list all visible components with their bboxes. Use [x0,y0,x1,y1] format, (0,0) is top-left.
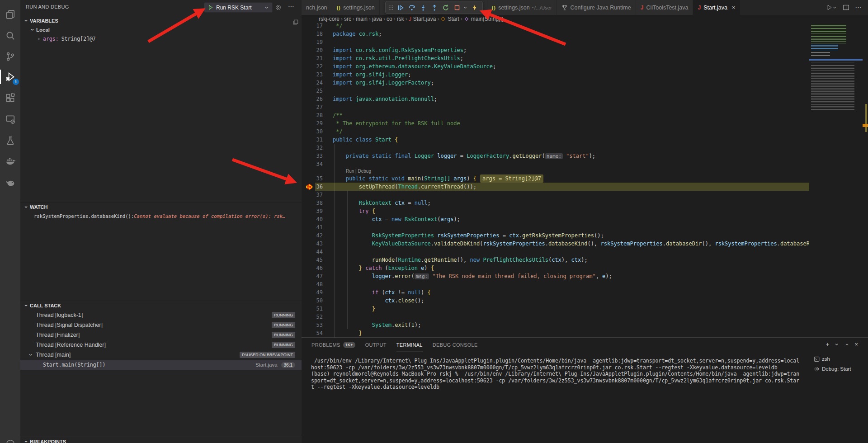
codelens-run-debug[interactable]: Run | Debug [302,168,809,174]
activity-item-account[interactable] [0,435,20,443]
thread-row[interactable]: ›Thread [main]PAUSED ON BREAKPOINT [20,350,302,360]
hot-code-replace-icon[interactable] [469,2,480,13]
panel-tab-terminal[interactable]: TERMINAL [396,338,423,352]
code-line[interactable]: 24import org.slf4j.LoggerFactory; [302,79,809,87]
activity-item-extensions[interactable] [0,89,20,107]
code-line[interactable]: 19 [302,38,809,46]
breadcrumb-item[interactable]: main(String[]) [464,16,504,22]
code-line[interactable]: 35 public static void main(String[] args… [302,174,809,183]
stop-icon[interactable] [451,2,462,13]
code-line[interactable]: 44 [302,248,809,256]
tab-start-java[interactable]: JStart.java× [693,0,740,15]
panel-tab-debug-console[interactable]: DEBUG CONSOLE [433,338,478,352]
tab-settings-json[interactable]: {}settings.json [332,0,380,15]
panel-tab-problems[interactable]: PROBLEMS1K+ [311,338,355,352]
run-java-button[interactable]: › [826,4,837,11]
code-line[interactable]: 53 System.exit(1); [302,321,809,329]
more-actions-icon[interactable]: ⋯ [855,5,862,10]
code-line[interactable]: 37 [302,191,809,199]
code-line[interactable]: 30 */ [302,127,809,136]
step-out-icon[interactable] [429,2,440,13]
thread-row[interactable]: Thread [Signal Dispatcher]RUNNING [20,320,302,330]
code-line[interactable]: 41 [302,223,809,231]
variables-header[interactable]: ›VARIABLES [20,16,302,25]
activity-item-gradle[interactable] [0,174,20,192]
call-stack-header[interactable]: ›CALL STACK [20,301,302,310]
split-editor-icon[interactable] [843,4,849,11]
activity-item-remote-explorer[interactable] [0,110,20,128]
terminal-session-debug-start[interactable]: Debug: Start [814,364,866,374]
terminal-chevron-icon[interactable]: › [834,342,840,347]
terminal-output[interactable]: /usr/bin/env /Library/Internet\ Plug-Ins… [311,358,817,391]
breakpoint-paused-icon[interactable] [306,183,313,191]
activity-item-run-and-debug[interactable]: 1 [0,68,20,86]
code-line[interactable]: 26import javax.annotation.Nonnull; [302,95,809,103]
activity-item-docker[interactable] [0,152,20,170]
run-config-dropdown[interactable]: Run RSK Start › [204,2,273,13]
code-line[interactable]: 17 */ [302,23,809,30]
code-line[interactable]: 28/** [302,111,809,119]
code-line[interactable]: 18package co.rsk; [302,30,809,38]
watch-header[interactable]: ›WATCH [20,203,302,212]
code-line[interactable]: 54 } [302,329,809,337]
code-line[interactable]: 33 private static final Logger logger = … [302,152,809,160]
breadcrumb-item[interactable]: java [372,16,382,22]
code-line[interactable]: 50 ctx.close(); [302,297,809,305]
code-line[interactable]: 49 if (ctx != null) { [302,288,809,297]
code-line[interactable]: 45 runNode(Runtime.getRuntime(), new Pre… [302,256,809,264]
tab-configure-java-runtime[interactable]: Configure Java Runtime [557,0,636,15]
code-line[interactable]: 46 } catch (Exception e) { [302,264,809,272]
breadcrumb-item[interactable]: co [387,16,392,22]
code-line[interactable]: 43 KeyValueDataSource.validateDbKind(rsk… [302,240,809,248]
terminal-session-zsh[interactable]: zsh [814,354,866,364]
breadcrumb-item[interactable]: JStart.java [409,16,436,22]
code-line[interactable]: 39 try { [302,207,809,215]
breadcrumb-item[interactable]: rsk [397,16,404,22]
maximize-panel-icon[interactable]: › [844,342,850,347]
code-line[interactable]: 40 ctx = new RskContext(args); [302,215,809,223]
step-over-icon[interactable] [406,2,417,13]
thread-row[interactable]: Thread [Reference Handler]RUNNING [20,340,302,350]
breadcrumb-item[interactable]: main [356,16,368,22]
stop-chevron-icon[interactable]: › [462,2,469,13]
code-line[interactable]: 25 [302,87,809,95]
activity-item-testing[interactable] [0,132,20,150]
panel-tab-output[interactable]: OUTPUT [365,338,387,352]
code-line[interactable]: 34 [302,160,809,168]
code-line[interactable]: 38 RskContext ctx = null; [302,199,809,207]
gear-icon[interactable] [275,4,282,11]
code-line[interactable]: 52 [302,313,809,321]
breakpoints-header[interactable]: ›BREAKPOINTS [20,437,302,443]
continue-icon[interactable] [395,2,406,13]
code-editor[interactable]: 17 */18package co.rsk;1920import co.rsk.… [302,23,809,337]
watch-expression[interactable]: rskSystemProperties.databaseKind(): Cann… [20,212,302,221]
breadcrumb-item[interactable]: Start [440,16,459,22]
code-line[interactable]: 42 RskSystemProperties rskSystemProperti… [302,231,809,240]
code-line[interactable]: 51 } [302,305,809,313]
thread-row[interactable]: Thread [Finalizer]RUNNING [20,330,302,340]
code-line[interactable]: 31public class Start { [302,136,809,144]
code-line[interactable]: 48 [302,280,809,288]
activity-item-search[interactable] [0,27,20,45]
variable-args[interactable]: › args: String[2]@7 [20,34,302,43]
code-line[interactable]: 20import co.rsk.config.RskSystemProperti… [302,46,809,54]
step-into-icon[interactable] [417,2,429,13]
variables-scope-local[interactable]: ›Local [20,25,302,34]
more-actions-icon[interactable]: ⋯ [288,3,294,10]
code-line[interactable]: 21import co.rsk.util.PreflightChecksUtil… [302,54,809,62]
restart-icon[interactable] [440,2,451,13]
breadcrumb-item[interactable]: rskj-core [319,16,340,22]
code-line[interactable]: 23import org.slf4j.Logger; [302,71,809,79]
activity-item-source-control[interactable] [0,47,20,66]
tab-nch-json[interactable]: nch.json [302,0,332,15]
thread-row[interactable]: Thread [logback-1]RUNNING [20,310,302,320]
close-icon[interactable]: × [732,4,736,11]
chevron-down-icon[interactable]: › [264,5,269,10]
tab-settings-json[interactable]: {}settings.json~/.../User [487,0,557,15]
breadcrumb-item[interactable]: src [344,16,351,22]
code-line[interactable]: 29 * The entrypoint for the RSK full nod… [302,119,809,127]
new-terminal-icon[interactable]: + [826,341,830,348]
run-config-label[interactable]: Run RSK Start [216,5,252,11]
stack-frame-row[interactable]: Start.main(String[]) Start.java 36:1 [20,360,302,370]
start-debug-icon[interactable] [208,5,213,10]
